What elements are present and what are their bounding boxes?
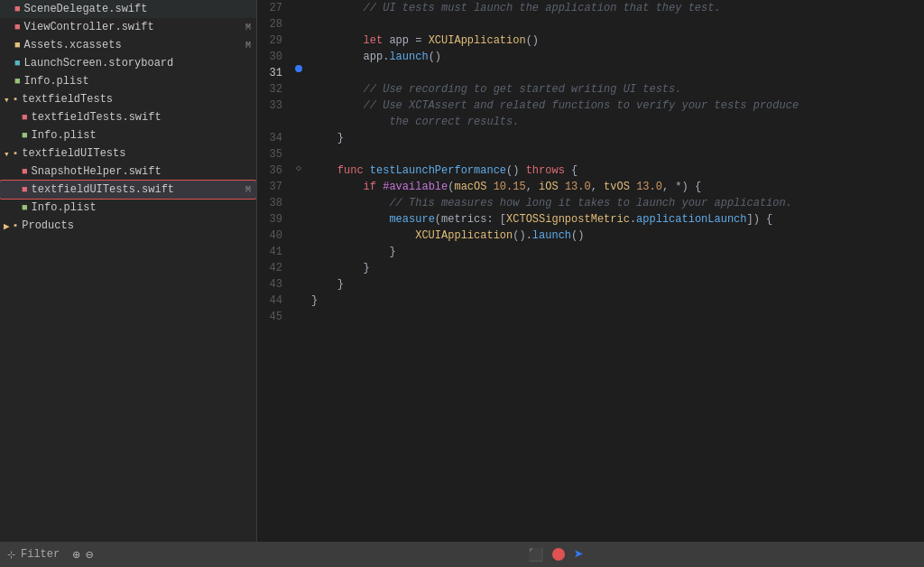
line-number: 35: [257, 146, 291, 163]
sidebar-item-launchscreen[interactable]: ■ LaunchScreen.storyboard: [0, 54, 256, 72]
add-icon[interactable]: ⊕: [72, 547, 79, 562]
code-line-27: 27 // UI tests must launch the applicati…: [257, 0, 924, 16]
sidebar-item-infoplist3[interactable]: ■ Info.plist: [0, 199, 256, 217]
code-line-42: 42 }: [257, 260, 924, 276]
debug-record-button[interactable]: [552, 548, 565, 561]
xcassets-file-icon: ■: [14, 40, 21, 51]
code-content-36: func testLaunchPerformance() throws {: [306, 163, 578, 179]
code-line-41: 41 }: [257, 244, 924, 260]
code-content-32: // Use recording to get started writing …: [306, 81, 681, 98]
code-content-39: measure(metrics: [XCTOSSignpostMetric.ap…: [306, 211, 772, 228]
line-number: 39: [257, 211, 291, 228]
sidebar-item-assets[interactable]: ■ Assets.xcassets M: [0, 36, 256, 54]
line-number: 34: [257, 130, 291, 146]
breakpoint-indicator: [295, 65, 302, 72]
code-line-39: 39 measure(metrics: [XCTOSSignpostMetric…: [257, 211, 924, 228]
sidebar-item-products[interactable]: ▶ ▪ Products: [0, 217, 256, 235]
code-content-33cont: the correct results.: [306, 114, 519, 130]
sidebar-item-infoplist2[interactable]: ■ Info.plist: [0, 126, 256, 144]
minus-icon[interactable]: ⊖: [86, 547, 93, 562]
line-number: 32: [257, 81, 291, 98]
plist-file-icon: ■: [22, 202, 28, 213]
line-number: 28: [257, 16, 291, 33]
code-line-34: 34 }: [257, 130, 924, 146]
filter-label: Filter: [21, 548, 60, 561]
sidebar-item-scenedelegate[interactable]: ■ SceneDelegate.swift: [0, 0, 256, 18]
swift-file-icon: ■: [22, 112, 28, 123]
sidebar-item-textfieldtests-folder[interactable]: ▾ ▪ textfieldTests: [0, 90, 256, 108]
bottom-left-section: ⊹ Filter ⊕ ⊖: [7, 547, 188, 562]
code-line-38: 38 // This measures how long it takes to…: [257, 195, 924, 211]
folder-collapse-icon: ▾: [4, 148, 10, 160]
code-line-44: 44 }: [257, 293, 924, 309]
main-container: ■ SceneDelegate.swift ■ ViewController.s…: [0, 0, 924, 542]
folder-icon: ▪: [13, 220, 19, 231]
line-number: 36: [257, 163, 291, 179]
code-content-27: // UI tests must launch the application …: [306, 0, 721, 16]
swift-file-icon: ■: [22, 166, 28, 177]
bottom-bar: ⊹ Filter ⊕ ⊖ ⬛ ➤: [0, 542, 924, 567]
code-line-29: 29 let app = XCUIApplication(): [257, 33, 924, 49]
line-number: 38: [257, 195, 291, 211]
sidebar: ■ SceneDelegate.swift ■ ViewController.s…: [0, 0, 257, 542]
storyboard-file-icon: ■: [14, 58, 21, 69]
line-number: 42: [257, 260, 291, 276]
sidebar-item-snapshothelper[interactable]: ■ SnapshotHelper.swift: [0, 163, 256, 181]
code-line-45: 45: [257, 309, 924, 325]
line-number: 44: [257, 293, 291, 309]
code-line-37: 37 if #available(macOS 10.15, iOS 13.0, …: [257, 179, 924, 195]
code-line-28: 28: [257, 16, 924, 33]
swift-file-icon: ■: [14, 22, 21, 33]
code-line-43: 43 }: [257, 276, 924, 293]
code-content-38: // This measures how long it takes to la…: [306, 195, 792, 211]
sidebar-item-textfieldtests-swift[interactable]: ■ textfieldTests.swift: [0, 108, 256, 126]
sidebar-item-textfielduitests-swift[interactable]: ■ textfieldUITests.swift M: [0, 181, 256, 199]
bottom-center-section: ⬛ ➤: [195, 544, 917, 564]
editor: 27 // UI tests must launch the applicati…: [257, 0, 924, 542]
folder-icon: ▪: [13, 148, 19, 159]
code-line-32: 32 // Use recording to get started writi…: [257, 81, 924, 98]
code-content-30: app.launch(): [306, 49, 441, 65]
sidebar-item-textfielduitests-folder[interactable]: ▾ ▪ textfieldUITests: [0, 144, 256, 163]
screenshot-icon[interactable]: ⬛: [528, 547, 543, 562]
code-line-30: 30 app.launch(): [257, 49, 924, 65]
code-content-37: if #available(macOS 10.15, iOS 13.0, tvO…: [306, 179, 701, 195]
code-content-42: }: [306, 260, 370, 276]
code-content-41: }: [306, 244, 396, 260]
code-line-33: 33 // Use XCTAssert and related function…: [257, 98, 924, 114]
line-number: 30: [257, 49, 291, 65]
line-number: 31: [257, 65, 291, 81]
code-content-33: // Use XCTAssert and related functions t…: [306, 98, 799, 114]
code-content-43: }: [306, 276, 344, 293]
code-content-29: let app = XCUIApplication(): [306, 33, 539, 49]
diamond-indicator: ◇: [296, 163, 301, 173]
folder-collapse-icon: ▾: [4, 94, 10, 106]
sidebar-item-infoplist1[interactable]: ■ Info.plist: [0, 72, 256, 90]
swift-file-icon: ■: [22, 184, 28, 195]
plist-file-icon: ■: [22, 130, 28, 141]
line-number: 45: [257, 309, 291, 325]
code-line-35: 35: [257, 146, 924, 163]
line-number: 27: [257, 0, 291, 16]
folder-expand-icon: ▶: [4, 220, 10, 232]
code-line-31: 31: [257, 65, 924, 81]
plist-file-icon: ■: [14, 76, 21, 87]
code-content-34: }: [306, 130, 344, 146]
code-line-36: 36 ◇ func testLaunchPerformance() throws…: [257, 163, 924, 179]
line-number: 29: [257, 33, 291, 49]
code-line-40: 40 XCUIApplication().launch(): [257, 228, 924, 244]
code-area: 27 // UI tests must launch the applicati…: [257, 0, 924, 325]
line-number: 37: [257, 179, 291, 195]
gutter-36: ◇: [291, 163, 306, 173]
code-line-33cont: the correct results.: [257, 114, 924, 130]
bottom-icons: ⊕ ⊖: [72, 547, 93, 562]
debug-arrow-button[interactable]: ➤: [574, 544, 584, 564]
line-number: 40: [257, 228, 291, 244]
code-content-44: }: [306, 293, 318, 309]
folder-icon: ▪: [13, 94, 19, 105]
sidebar-item-viewcontroller[interactable]: ■ ViewController.swift M: [0, 18, 256, 36]
line-number: 43: [257, 276, 291, 293]
gutter-31: [291, 65, 306, 72]
line-number: 41: [257, 244, 291, 260]
swift-file-icon: ■: [14, 4, 21, 14]
